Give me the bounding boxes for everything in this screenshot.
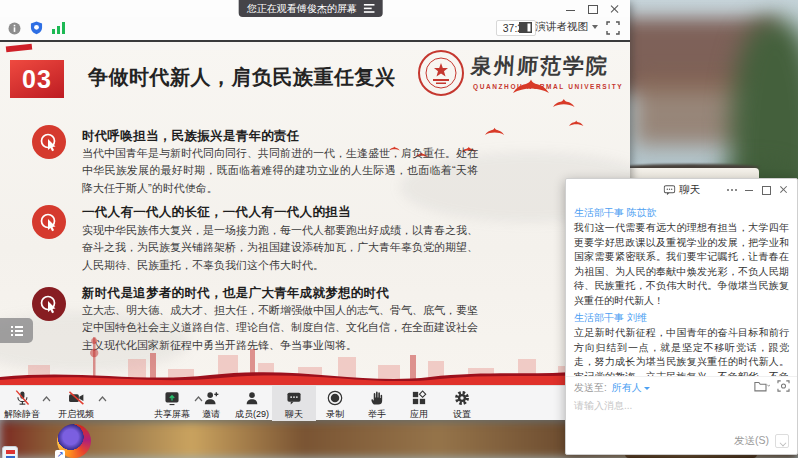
message-text: 我们这一代需要有远大的理想有担当，大学四年更要学好思政课以及重视学业的发展，把学… (574, 221, 789, 308)
window-minimize-button[interactable] (564, 4, 578, 14)
network-signal-icon[interactable] (52, 22, 65, 34)
slide-panel-toggle[interactable] (0, 318, 33, 343)
message-text: 立足新时代新征程，中国青年的奋斗目标和前行方向归结到一点，就是坚定不移听党话，跟… (574, 326, 789, 376)
view-mode-label: 演讲者视图 (536, 20, 589, 34)
click-icon (32, 287, 66, 321)
share-screen-icon (162, 389, 182, 407)
chat-header[interactable]: 聊天 (566, 179, 797, 201)
apps-button[interactable]: 应用 (397, 386, 441, 421)
firefox-desktop-icon[interactable]: ↗ Firefox (57, 424, 91, 458)
apps-label: 应用 (410, 408, 428, 421)
send-to-label: 发送至: (574, 381, 607, 395)
record-icon (325, 389, 345, 407)
file-attach-icon[interactable] (754, 380, 770, 392)
members-label: 成员(29) (235, 408, 269, 421)
chat-button[interactable]: 聊天 (272, 386, 316, 421)
start-video-label: 开启视频 (58, 408, 94, 421)
record-label: 录制 (326, 408, 344, 421)
share-screen-button[interactable]: 共享屏幕 (150, 386, 194, 421)
chat-bubble-icon (284, 389, 304, 407)
section-heading: 一代人有一代人的长征，一代人有一代人的担当 (82, 204, 351, 221)
message-group: 生活部干事 陈苡歆 我们这一代需要有远大的理想有担当，大学四年更要学好思政课以及… (574, 206, 789, 308)
list-icon (11, 326, 23, 336)
message-sender[interactable]: 生活部干事 刘维 (574, 311, 789, 325)
desktop-screen: ↗ Firefox 您正在观看傅俊杰的屏幕 (0, 0, 798, 458)
slide-corner-accent (6, 44, 32, 53)
view-mode-button[interactable]: 演讲者视图 (519, 20, 599, 34)
chat-message-input[interactable] (570, 397, 795, 427)
watching-banner: 您正在观看傅俊杰的屏幕 (239, 0, 383, 17)
chat-title: 聊天 (679, 183, 700, 197)
share-screen-label: 共享屏幕 (154, 408, 190, 421)
meeting-window: 您正在观看傅俊杰的屏幕 (0, 0, 630, 420)
start-video-button[interactable]: 开启视频 (54, 386, 98, 421)
fullscreen-icon[interactable] (606, 21, 620, 35)
chat-maximize-button[interactable] (761, 185, 773, 195)
layout-icon (519, 22, 532, 33)
slide-number-badge: 03 (10, 60, 64, 98)
click-icon (32, 125, 66, 159)
window-close-button[interactable] (608, 4, 622, 14)
chat-more-button[interactable] (727, 185, 739, 195)
send-button[interactable]: 发送(S) (734, 434, 769, 448)
settings-label: 设置 (453, 408, 471, 421)
raise-hand-button[interactable]: 举手 (355, 386, 399, 421)
chat-title-bubble-icon (663, 185, 675, 196)
meeting-controlbar: 37:21 演讲者视图 (0, 17, 630, 42)
unmute-label: 解除静音 (4, 408, 40, 421)
click-icon (32, 205, 66, 239)
shortcut-arrow-icon: ↗ (55, 450, 65, 458)
gear-icon (452, 389, 472, 407)
desktop-icon-partial[interactable] (2, 446, 18, 458)
section-body: 当代中国青年是与新时代同向同行、共同前进的一代，生逢盛世，肩负重任。处在中华民族… (82, 145, 478, 197)
send-options-chevron[interactable] (775, 434, 789, 448)
mic-off-icon (12, 389, 32, 407)
message-group: 生活部干事 刘维 立足新时代新征程，中国青年的奋斗目标和前行方向归结到一点，就是… (574, 311, 789, 376)
chat-minimize-button[interactable] (744, 185, 756, 195)
message-sender[interactable]: 生活部干事 陈苡歆 (574, 206, 789, 220)
members-button[interactable]: 成员(29) (230, 386, 274, 421)
chat-message-list[interactable]: 生活部干事 陈苡歆 我们这一代需要有远大的理想有担当，大学四年更要学好思政课以及… (566, 201, 797, 376)
settings-button[interactable]: 设置 (440, 386, 484, 421)
camera-off-icon (66, 389, 86, 407)
slide-title: 争做时代新人，肩负民族重任复兴 (88, 64, 396, 91)
unmute-button[interactable]: 解除静音 (0, 386, 44, 421)
send-to-selector[interactable]: 所有人 (612, 381, 650, 395)
chevron-down-icon (592, 25, 598, 29)
send-to-value: 所有人 (612, 381, 642, 395)
chat-close-button[interactable] (778, 185, 790, 195)
apps-grid-icon (409, 389, 429, 407)
window-maximize-button[interactable] (586, 4, 600, 14)
invite-person-icon (201, 389, 221, 407)
chevron-down-icon (644, 387, 650, 390)
banner-list-icon[interactable] (364, 4, 375, 13)
invite-label: 邀请 (202, 408, 220, 421)
mic-options-chevron[interactable] (42, 396, 51, 402)
section-heading: 时代呼唤担当，民族振兴是青年的责任 (82, 128, 300, 145)
info-icon[interactable] (8, 22, 21, 35)
chat-label: 聊天 (285, 408, 303, 421)
record-button[interactable]: 录制 (313, 386, 357, 421)
section-heading: 新时代是追梦者的时代，也是广大青年成就梦想的时代 (82, 285, 389, 302)
city-skyline-decoration (0, 325, 630, 385)
video-options-chevron[interactable] (98, 396, 107, 402)
screenshot-icon[interactable] (777, 380, 790, 392)
raise-hand-label: 举手 (368, 408, 386, 421)
meeting-toolbar: 解除静音 开启视频 (0, 385, 630, 420)
watching-banner-text: 您正在观看傅俊杰的屏幕 (247, 0, 357, 17)
chat-window: 聊天 生活部干事 陈苡歆 我们这一代需要有远大的理想有担当，大学四年更要学好思政… (565, 178, 798, 455)
meeting-titlebar: 您正在观看傅俊杰的屏幕 (0, 0, 630, 17)
section-body: 实现中华民族伟大复兴，是一场接力跑，每一代人都要跑出好成绩，以青春之我、奋斗之我… (82, 222, 478, 274)
chat-footer: 发送至: 所有人 发送(S) (566, 376, 797, 454)
shared-screen-slide: 03 争做时代新人，肩负民族重任复兴 泉州师范学院 QUANZHOU NORMA… (0, 42, 630, 385)
invite-button[interactable]: 邀请 (189, 386, 233, 421)
security-shield-icon[interactable] (30, 21, 43, 35)
raise-hand-icon (367, 389, 387, 407)
members-icon (242, 389, 262, 407)
